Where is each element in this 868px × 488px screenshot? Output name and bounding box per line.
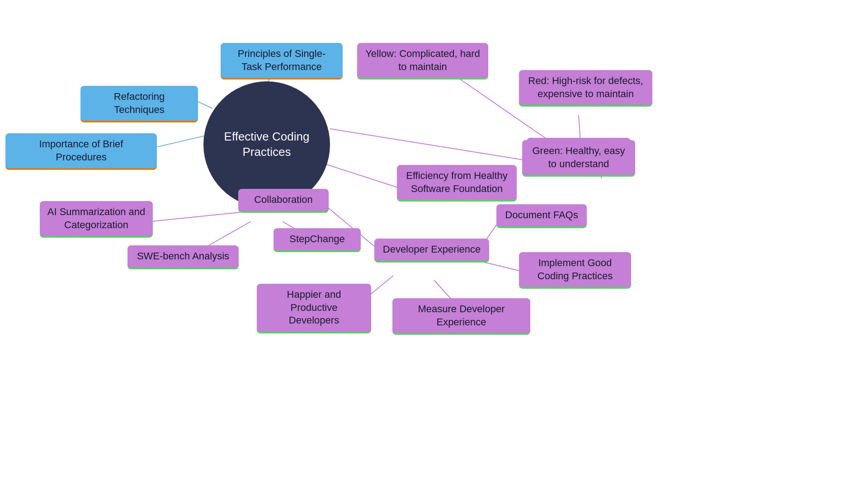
green-label: Green: Healthy, easy to understand	[529, 145, 628, 170]
node-ai[interactable]: AI Summarization and Categorization	[40, 201, 153, 238]
svg-line-7	[321, 163, 398, 188]
brief-label: Importance of Brief Procedures	[13, 138, 150, 164]
node-document[interactable]: Document FAQs	[496, 204, 587, 228]
svg-line-3	[330, 129, 527, 160]
node-swebench[interactable]: SWE-bench Analysis	[127, 245, 239, 269]
implement-label: Implement Good Coding Practices	[526, 257, 624, 282]
node-devexp[interactable]: Developer Experience	[374, 239, 489, 263]
efficiency-label: Efficiency from Healthy Software Foundat…	[404, 169, 509, 195]
svg-line-16	[484, 262, 521, 271]
node-principles[interactable]: Principles of Single-Task Performance	[221, 43, 343, 80]
svg-line-1	[198, 102, 212, 108]
svg-line-2	[157, 136, 206, 147]
node-measure[interactable]: Measure Developer Experience	[392, 298, 530, 335]
center-label: Effective Coding Practices	[211, 129, 323, 160]
document-label: Document FAQs	[505, 209, 578, 222]
svg-line-9	[151, 212, 240, 221]
node-stepchange[interactable]: StepChange	[274, 228, 361, 252]
node-efficiency[interactable]: Efficiency from Healthy Software Foundat…	[397, 165, 517, 202]
svg-line-13	[368, 276, 393, 296]
collaboration-label: Collaboration	[254, 193, 313, 206]
happier-label: Happier and Productive Developers	[264, 288, 364, 327]
devexp-label: Developer Experience	[383, 243, 481, 256]
yellow-label: Yellow: Complicated, hard to maintain	[364, 47, 481, 73]
node-yellow[interactable]: Yellow: Complicated, hard to maintain	[357, 43, 488, 80]
node-green[interactable]: Green: Healthy, easy to understand	[522, 140, 635, 177]
principles-label: Principles of Single-Task Performance	[228, 47, 335, 73]
stepchange-label: StepChange	[289, 233, 344, 246]
node-brief[interactable]: Importance of Brief Procedures	[5, 133, 157, 170]
red-label: Red: High-risk for defects, expensive to…	[526, 75, 645, 100]
node-collaboration[interactable]: Collaboration	[238, 189, 329, 213]
measure-label: Measure Developer Experience	[400, 303, 523, 328]
node-implement[interactable]: Implement Good Coding Practices	[519, 252, 631, 289]
node-refactoring[interactable]: Refactoring Techniques	[80, 86, 198, 122]
ai-label: AI Summarization and Categorization	[47, 206, 146, 231]
node-red[interactable]: Red: High-risk for defects, expensive to…	[519, 70, 652, 107]
refactoring-label: Refactoring Techniques	[88, 90, 191, 116]
node-happier[interactable]: Happier and Productive Developers	[257, 284, 371, 333]
swebench-label: SWE-bench Analysis	[137, 250, 229, 263]
